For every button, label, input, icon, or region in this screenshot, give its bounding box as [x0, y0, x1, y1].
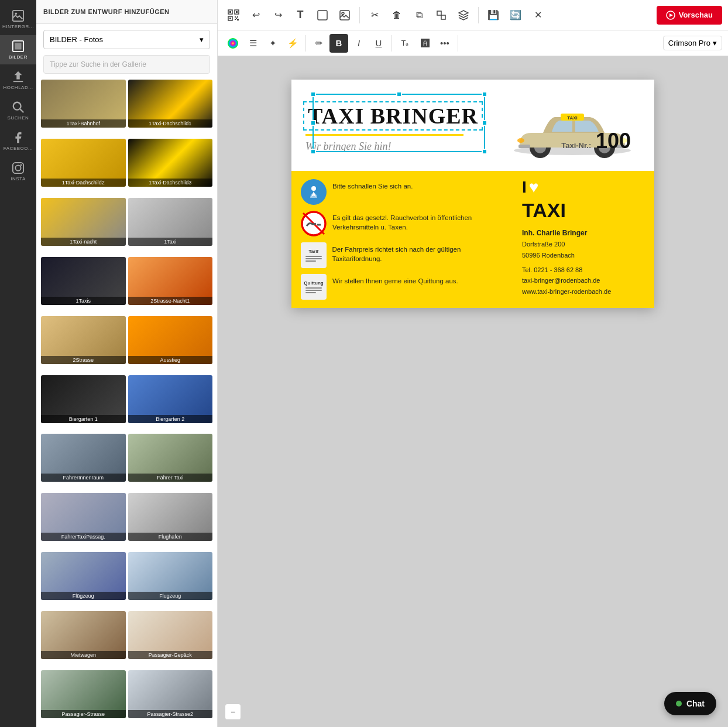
search-placeholder: Tippe zur Suche in der Gallerie [50, 60, 146, 68]
italic-button[interactable]: I [349, 34, 368, 53]
chevron-down-icon: ▾ [200, 35, 204, 44]
sidebar-item-hintergrund[interactable]: HINTERGR... [0, 5, 36, 34]
panel-header: Bilder zum Entwurf hinzufügen [36, 0, 217, 24]
list-item[interactable]: FahrerTaxiPassag. [41, 493, 126, 541]
svg-rect-11 [229, 11, 231, 13]
design-card: TAXI BRINGER Wir bringen Sie hin! [291, 80, 654, 308]
svg-rect-18 [236, 18, 237, 19]
underline-button[interactable]: U [369, 34, 388, 53]
redo-button[interactable]: ↪ [268, 5, 288, 25]
info-row-tarif: Tarif Der Fahrpreis richtet sich nach de… [301, 242, 510, 268]
layers-button[interactable] [454, 5, 473, 25]
more-button[interactable]: ••• [435, 34, 454, 53]
close-button[interactable]: ✕ [528, 5, 548, 25]
svg-point-23 [342, 12, 344, 15]
refresh-button[interactable]: 🔄 [506, 5, 526, 25]
list-item[interactable]: Flughafen [128, 493, 213, 541]
font-name: Crimson Pro [668, 39, 710, 47]
svg-rect-22 [340, 11, 349, 20]
shape-button[interactable] [313, 5, 332, 25]
undo-button[interactable]: ↩ [246, 5, 266, 25]
list-item[interactable]: 1Taxi-Bahnhof [41, 80, 126, 128]
car-image: TAXI Taxi-Nr.: 100 [502, 89, 643, 165]
list-item[interactable]: Biergarten 1 [41, 375, 126, 423]
preview-button[interactable]: Vorschau [657, 6, 722, 25]
color-picker-button[interactable] [224, 34, 242, 53]
sidebar-item-hochlad[interactable]: HOCHLAD... [0, 66, 36, 95]
list-item[interactable]: Mietwagen [41, 611, 126, 659]
list-item[interactable]: 2Strasse [41, 316, 126, 364]
svg-point-5 [13, 102, 21, 110]
sep5 [458, 35, 458, 52]
cut-button[interactable]: ✂ [365, 5, 384, 25]
svg-rect-21 [318, 11, 327, 20]
list-item[interactable]: Fahrer Taxi [128, 434, 213, 482]
zoom-out-button[interactable]: − [225, 704, 241, 720]
sidebar-label-suchen: SUCHEN [8, 115, 29, 121]
svg-rect-19 [235, 19, 236, 20]
pen-button[interactable]: ✏ [310, 34, 328, 53]
list-item[interactable]: 2Strasse-Nacht1 [128, 257, 213, 305]
bold-button[interactable]: B [329, 34, 348, 53]
svg-rect-20 [237, 19, 239, 20]
card-subtitle: Wir bringen Sie hin! [303, 140, 502, 153]
sidebar-item-suchen[interactable]: SUCHEN [0, 96, 36, 125]
sep3 [305, 35, 306, 52]
list-item[interactable]: Passagier-Strasse [41, 670, 126, 718]
svg-point-27 [228, 38, 238, 49]
bold-label: B [336, 38, 342, 48]
toolbar-top: ↩ ↪ T ✂ 🗑 ⧉ 💾 🔄 ✕ Vorschau [218, 0, 728, 30]
text-style-button[interactable]: 🅰 [415, 34, 434, 53]
font-selector[interactable]: Crimson Pro ▾ [663, 36, 722, 50]
image-grid: 1Taxi-Bahnhof 1Taxi-Dachschild1 1Taxi-Da… [36, 80, 217, 727]
align-button[interactable]: ☰ [243, 34, 262, 53]
list-item[interactable]: 1Taxi-nacht [41, 198, 126, 246]
chevron-font-icon: ▾ [713, 39, 717, 47]
category-dropdown[interactable]: BILDER - Fotos ▾ [43, 30, 210, 49]
flash-button[interactable]: ⚡ [283, 34, 302, 53]
card-title[interactable]: TAXI BRINGER [303, 101, 483, 131]
owner-name: Inh. Charlie Bringer [522, 227, 611, 239]
sidebar-item-insta[interactable]: INSTA [0, 157, 36, 186]
svg-point-39 [311, 186, 316, 191]
info-row-quittung: Quittung Wir stellen Ihnen gerne eine Qu… [301, 274, 510, 300]
info-text-tarif: Der Fahrpreis richtet sich nach der gült… [332, 242, 510, 263]
i-love-taxi: I ♥ [522, 179, 538, 196]
list-item[interactable]: 1Taxi-Dachschild3 [128, 139, 213, 187]
email: taxi-bringer@rodenbach.de [522, 275, 611, 286]
svg-rect-15 [229, 18, 231, 19]
star-button[interactable]: ✦ [263, 34, 282, 53]
gallery-search[interactable]: Tippe zur Suche in der Gallerie [43, 55, 210, 74]
copy-button[interactable]: ⧉ [409, 5, 429, 25]
list-item[interactable]: 1Taxi-Dachschild1 [128, 80, 213, 128]
arrange-button[interactable] [431, 5, 451, 25]
sidebar-item-bilder[interactable]: BILDER [0, 35, 36, 64]
phone: Tel. 0221 - 368 62 88 [522, 265, 611, 276]
list-item[interactable]: 1Taxi [128, 198, 213, 246]
list-item[interactable]: 1Taxi-Dachschild2 [41, 139, 126, 187]
list-item[interactable]: Flugzeug [128, 552, 213, 600]
save-button[interactable]: 💾 [483, 5, 503, 25]
image-panel: Bilder zum Entwurf hinzufügen BILDER - F… [36, 0, 218, 727]
svg-rect-25 [441, 15, 445, 19]
svg-point-1 [15, 13, 18, 15]
qr-button[interactable] [224, 5, 243, 25]
image-button[interactable] [335, 5, 355, 25]
list-item[interactable]: Ausstieg [128, 316, 213, 364]
list-item[interactable]: Passagier-Strasse2 [128, 670, 213, 718]
list-item[interactable]: Biergarten 2 [128, 375, 213, 423]
list-item[interactable]: Flügzeug [41, 552, 126, 600]
chat-widget[interactable]: Chat [664, 692, 716, 715]
delete-button[interactable]: 🗑 [387, 5, 407, 25]
list-item[interactable]: FahrerInnenraum [41, 434, 126, 482]
tarif-icon: Tarif [301, 242, 327, 268]
svg-point-38 [517, 138, 524, 143]
font-size-button[interactable]: Tₐ [396, 34, 414, 53]
sidebar-label-bilder: BILDER [9, 54, 28, 60]
list-item[interactable]: Passagier-Gepäck [128, 611, 213, 659]
text-button[interactable]: T [290, 5, 310, 25]
chat-label: Chat [686, 699, 705, 708]
sidebar-label-hintergrund: HINTERGR... [2, 24, 34, 29]
sidebar-item-facebook[interactable]: FACEBOO... [0, 126, 36, 156]
list-item[interactable]: 1Taxis [41, 257, 126, 305]
